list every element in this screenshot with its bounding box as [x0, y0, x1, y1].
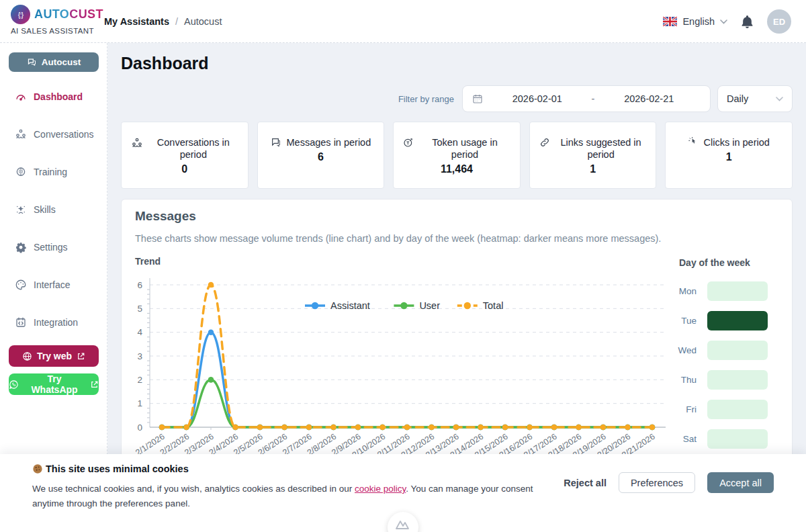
stat-label: Links suggested in period: [555, 136, 647, 161]
heatmap-cell-fri: [707, 400, 768, 419]
try-whatsapp-label: Try WhatsApp: [24, 373, 85, 395]
sidebar-item-conversations[interactable]: Conversations: [0, 125, 107, 144]
link-icon: [539, 137, 550, 148]
sidebar-item-label: Training: [34, 167, 67, 177]
date-to-value[interactable]: 2026-02-21: [597, 93, 701, 104]
sidebar-item-dashboard[interactable]: Dashboard: [0, 87, 107, 106]
accept-all-button[interactable]: Accept all: [707, 472, 774, 493]
svg-text:2: 2: [137, 375, 142, 385]
sidebar-item-settings[interactable]: Settings: [0, 238, 107, 257]
heatmap-day-label: Sat: [659, 434, 707, 444]
assistant-selector-button[interactable]: Autocust: [9, 52, 99, 72]
trend-line-chart: 01234562/1/20262/2/20262/3/20262/4/20262…: [125, 264, 669, 466]
chevron-down-icon: [720, 19, 727, 24]
heatmap-row-wed: Wed: [659, 341, 787, 360]
sidebar-item-label: Conversations: [34, 129, 94, 140]
preferences-button[interactable]: Preferences: [619, 472, 695, 493]
heatmap-cell-mon: [707, 281, 768, 301]
language-label: English: [682, 16, 715, 27]
sidebar-item-interface[interactable]: Interface: [0, 275, 107, 294]
filter-row: Filter by range 2026-02-01 - 2026-02-21 …: [398, 85, 793, 112]
svg-text:6: 6: [137, 280, 142, 290]
stat-label: Messages in period: [287, 136, 371, 148]
svg-text:Assistant: Assistant: [330, 300, 370, 311]
external-link-icon: [90, 380, 99, 389]
heatmap-day-label: Thu: [659, 375, 707, 385]
sidebar-item-skills[interactable]: Skills: [0, 200, 107, 219]
svg-text:0: 0: [137, 423, 142, 433]
cookie-policy-link[interactable]: cookie policy: [355, 484, 406, 494]
breadcrumb-my-assistants[interactable]: My Assistants: [104, 16, 169, 27]
stat-value: 0: [181, 163, 187, 175]
granularity-select[interactable]: Daily: [717, 85, 793, 112]
date-from-value[interactable]: 2026-02-01: [486, 93, 589, 104]
external-link-icon: [77, 352, 85, 361]
sidebar-item-label: Skills: [34, 204, 56, 215]
stat-value: 1: [726, 151, 732, 163]
plugin-icon: [15, 316, 27, 328]
try-web-button[interactable]: Try web: [9, 345, 99, 367]
stat-label: Token usage in period: [419, 136, 510, 161]
stat-card: Conversations in period0: [121, 122, 249, 189]
breadcrumb-assistant-name: Autocust: [184, 16, 222, 27]
cookie-banner-text: We use technical cookies and, if you wis…: [32, 482, 560, 511]
heatmap-cell-sat: [707, 429, 768, 449]
language-selector[interactable]: English: [663, 16, 727, 27]
svg-text:4: 4: [137, 327, 142, 337]
heatmap-day-label: Tue: [659, 316, 707, 326]
brand-logo-icon: {:}: [11, 5, 30, 24]
heatmap-row-sat: Sat: [659, 429, 787, 449]
svg-text:3: 3: [137, 351, 142, 361]
brain-icon: [15, 166, 27, 178]
globe-icon: [22, 351, 32, 361]
messages-panel-title: Messages: [135, 209, 196, 224]
try-web-label: Try web: [37, 351, 72, 361]
stat-value: 6: [318, 151, 324, 163]
heatmap-day-label: Mon: [659, 286, 707, 296]
chat-square-icon: [271, 137, 281, 148]
mountains-icon: [395, 518, 411, 532]
brand-tagline: AI SALES ASSISTANT: [11, 27, 94, 35]
granularity-value: Daily: [727, 93, 748, 104]
heatmap-row-mon: Mon: [659, 281, 787, 301]
user-avatar[interactable]: ED: [767, 9, 791, 34]
heatmap-cell-tue: [707, 311, 768, 330]
notifications-bell-icon[interactable]: [741, 15, 754, 29]
reject-all-button[interactable]: Reject all: [564, 478, 607, 488]
try-whatsapp-button[interactable]: Try WhatsApp: [9, 373, 99, 395]
click-icon: [688, 137, 699, 147]
stats-row: Conversations in period0Messages in peri…: [121, 122, 793, 189]
gear-icon: [15, 241, 27, 253]
weekday-heatmap-title: Day of the week: [679, 257, 750, 268]
date-separator: -: [592, 93, 595, 104]
cookie-banner-title: This site uses minimal cookies: [32, 463, 189, 474]
heatmap-row-thu: Thu: [659, 370, 787, 390]
sidebar-item-training[interactable]: Training: [0, 163, 107, 181]
sidebar-item-label: Integration: [34, 317, 78, 328]
brand-name-auto: AUTO: [34, 7, 69, 21]
stat-card: Clicks in period1: [665, 122, 793, 189]
stat-card: Token usage in period11,464: [393, 122, 521, 189]
chevron-down-icon: [776, 97, 783, 101]
stat-label: Clicks in period: [704, 136, 770, 148]
calendar-icon: [472, 93, 483, 104]
palette-icon: [15, 279, 27, 291]
filter-label: Filter by range: [398, 94, 454, 104]
heatmap-day-label: Wed: [659, 345, 707, 355]
svg-text:5: 5: [137, 304, 142, 314]
sidebar-item-integration[interactable]: Integration: [0, 313, 107, 332]
stat-value: 1: [590, 163, 596, 175]
people-group-icon: [131, 137, 143, 149]
sidebar-item-label: Settings: [34, 242, 68, 253]
sparkle-person-icon: [15, 204, 27, 216]
stat-card: Messages in period6: [257, 122, 385, 189]
token-icon: [403, 137, 414, 148]
breadcrumb: My Assistants / Autocust: [104, 16, 222, 27]
cookie-icon: [32, 463, 43, 474]
heatmap-day-label: Fri: [659, 404, 707, 414]
sidebar-nav: DashboardConversationsTrainingSkillsSett…: [0, 87, 107, 351]
date-range-picker[interactable]: 2026-02-01 - 2026-02-21: [462, 85, 711, 112]
svg-text:Total: Total: [483, 300, 504, 311]
gauge-icon: [15, 91, 27, 103]
messages-panel-description: These charts show message volume trends …: [135, 233, 661, 244]
